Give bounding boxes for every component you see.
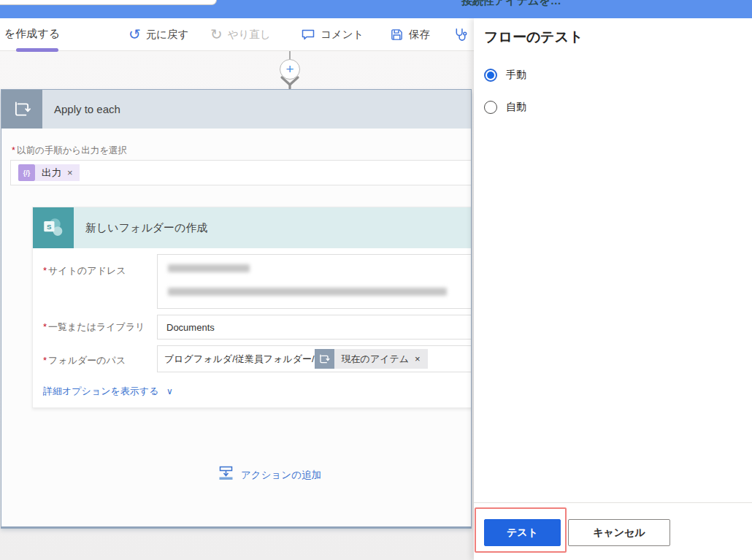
output-token[interactable]: {/} 出力 × [18,164,80,181]
apply-to-each-title: Apply to each [54,103,120,115]
create-folder-header[interactable]: S 新しいフォルダーの作成 [33,207,472,248]
loop-token-icon [315,349,334,369]
create-folder-title: 新しいフォルダーの作成 [85,221,207,235]
redo-icon: ↻ [210,27,223,42]
apply-to-each-header[interactable]: Apply to each [1,90,471,129]
site-address-input[interactable] [157,254,472,309]
comment-label: コメント [321,28,364,42]
radio-option-automatic[interactable]: 自動 [484,101,526,114]
site-address-label: *サイトのアドレス [43,264,126,277]
create-folder-card: S 新しいフォルダーの作成 *サイトのアドレス *一覧またはライブラリ Do [32,207,472,408]
show-advanced-options-link[interactable]: 詳細オプションを表示する ∨ [43,385,173,398]
undo-button[interactable]: ↺ 元に戻す [128,25,188,44]
undo-icon: ↺ [128,27,141,42]
svg-text:S: S [47,223,52,231]
add-action-label: アクションの追加 [241,469,321,482]
redacted-value-line [168,264,250,272]
redacted-value-line [168,288,447,296]
undo-label: 元に戻す [146,28,189,42]
clipped-topbar-text: 接続性アイテムを… [461,0,561,8]
folder-path-input[interactable]: ブログフォルダ/従業員フォルダー/ 現在のアイテム × [157,345,472,372]
radio-option-manual[interactable]: 手動 [484,69,526,82]
save-label: 保存 [409,28,430,42]
comment-button[interactable]: コメント [301,25,364,44]
folder-path-label: *フォルダーのパス [43,354,126,367]
flow-name-partial: を作成する [4,27,60,41]
library-value: Documents [166,322,215,333]
library-input[interactable]: Documents [157,315,472,340]
apply-to-each-card: Apply to each *以前の手順から出力を選択 {/} 出力 × [1,89,472,527]
add-action-button[interactable]: アクションの追加 [218,465,321,485]
panel-title: フローのテスト [484,28,583,47]
radio-automatic-label: 自動 [506,101,526,114]
cancel-button[interactable]: キャンセル [568,519,670,546]
remove-token-icon[interactable]: × [67,167,73,178]
dynamic-content-icon: {/} [18,164,35,181]
chevron-down-icon: ∨ [166,386,173,396]
redo-button[interactable]: ↻ やり直し [210,25,271,44]
comment-icon [301,27,315,42]
topbar-overlay-corner [0,0,217,5]
redo-label: やり直し [228,28,271,42]
test-button[interactable]: テスト [484,519,561,546]
save-button[interactable]: 保存 [390,25,430,44]
plus-icon: + [285,61,293,77]
save-icon [390,28,404,42]
active-tab-indicator [16,48,58,52]
remove-token-icon[interactable]: × [415,353,421,364]
folder-path-value: ブログフォルダ/従業員フォルダー/ [164,353,315,366]
output-input[interactable]: {/} 出力 × [10,160,472,185]
radio-selected-icon [484,69,497,82]
current-item-token-label: 現在のアイテム [342,353,410,366]
stethoscope-icon [453,27,469,42]
flow-checker-button[interactable] [453,25,469,44]
loop-icon [1,90,42,129]
library-label: *一覧またはライブラリ [43,321,145,334]
panel-footer-divider [474,502,752,503]
current-item-token[interactable]: 現在のアイテム × [315,349,428,369]
sharepoint-icon: S [33,207,74,248]
output-field-label: *以前の手順から出力を選択 [12,145,127,157]
required-mark: * [12,145,15,156]
output-token-label: 出力 [42,166,61,180]
radio-unselected-icon [484,101,497,114]
test-flow-panel: フローのテスト 手動 自動 テスト キャンセル [474,18,752,560]
add-action-icon [218,465,234,485]
radio-manual-label: 手動 [506,69,526,82]
power-automate-editor: 接続性アイテムを… を作成する ↺ 元に戻す ↻ やり直し コメント [0,0,752,560]
